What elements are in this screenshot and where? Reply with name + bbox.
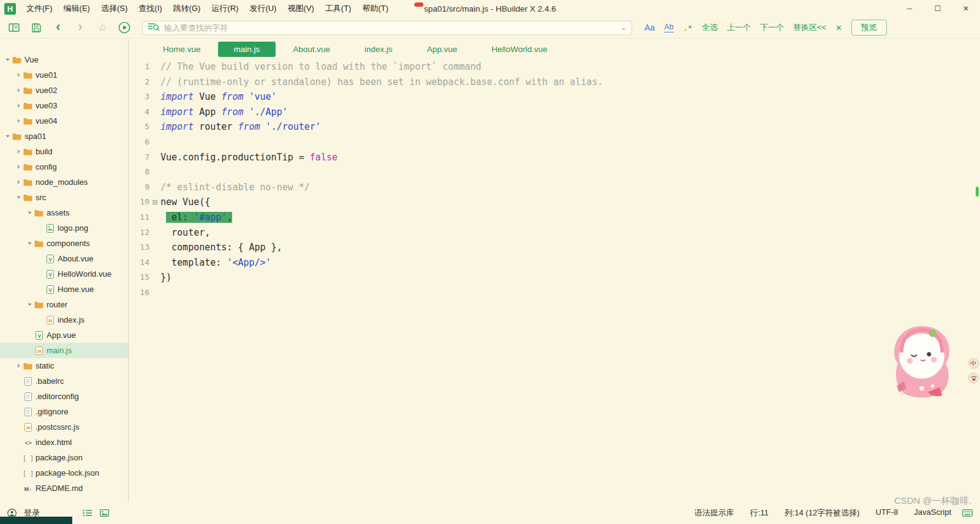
code-text: el: '#app', xyxy=(160,210,232,225)
editor-tab[interactable]: App.vue xyxy=(410,42,475,56)
save-icon[interactable] xyxy=(29,23,43,32)
ime-button[interactable]: 中 xyxy=(968,358,979,369)
menu-item[interactable]: 工具(T) xyxy=(320,3,357,14)
tree-file[interactable]: JSmain.js xyxy=(0,343,128,358)
tree-folder[interactable]: Vue xyxy=(0,52,128,67)
tree-folder[interactable]: components xyxy=(0,236,128,251)
tree-file[interactable]: JSindex.js xyxy=(0,312,128,328)
tree-folder[interactable]: vue04 xyxy=(0,113,128,129)
image-preview-icon[interactable] xyxy=(100,509,109,517)
tree-file[interactable]: M↓README.md xyxy=(0,481,128,496)
tree-file[interactable]: [ ]package.json xyxy=(0,450,128,465)
folder-icon xyxy=(23,362,33,370)
menu-item[interactable]: 帮助(T) xyxy=(356,3,394,14)
search-dropdown-icon[interactable]: ⌄ xyxy=(620,23,627,32)
tree-folder[interactable]: build xyxy=(0,144,128,159)
chevron-right-icon[interactable] xyxy=(15,103,23,108)
tree-file[interactable]: VApp.vue xyxy=(0,328,128,343)
menu-item[interactable]: 选择(S) xyxy=(96,3,133,14)
tree-folder[interactable]: assets xyxy=(0,205,128,220)
status-right-items: 语法提示库行:11列:14 (12字符被选择)UTF-8JavaScript xyxy=(695,507,951,518)
tree-file[interactable]: .gitignore xyxy=(0,404,128,419)
tree-file[interactable]: <>index.html xyxy=(0,435,128,450)
chevron-down-icon[interactable] xyxy=(26,210,34,215)
folder-icon xyxy=(23,179,33,186)
project-explorer: Vuevue01vue02vue03vue04spa01buildconfign… xyxy=(0,39,129,502)
close-button[interactable]: ✕ xyxy=(952,0,980,17)
search-input[interactable] xyxy=(164,23,616,32)
menu-item[interactable]: 跳转(G) xyxy=(168,3,206,14)
editor-tab[interactable]: main.js xyxy=(218,42,276,57)
chevron-right-icon[interactable] xyxy=(15,72,23,78)
keyboard-icon[interactable] xyxy=(962,509,973,517)
run-icon[interactable] xyxy=(118,21,131,34)
previous-match-button[interactable]: 上一个 xyxy=(727,22,751,33)
editor-tab[interactable]: HelloWorld.vue xyxy=(474,42,564,56)
regex-button[interactable]: .* xyxy=(683,23,693,32)
tree-item-label: .postcssrc.js xyxy=(36,422,80,432)
scrollbar-marker[interactable] xyxy=(976,187,979,196)
match-case-button[interactable]: Aa xyxy=(644,23,655,32)
tree-file[interactable]: .editorconfig xyxy=(0,389,128,404)
outline-list-icon[interactable] xyxy=(83,509,92,517)
menu-item[interactable]: 发行(U) xyxy=(244,3,282,14)
tree-folder[interactable]: vue02 xyxy=(0,83,128,98)
star-icon[interactable]: ☆ xyxy=(96,21,109,34)
explorer-toggle-icon[interactable] xyxy=(7,23,21,32)
chevron-down-icon[interactable] xyxy=(26,302,34,307)
editor-tab[interactable]: Home.vue xyxy=(146,42,218,56)
tree-file[interactable]: VHome.vue xyxy=(0,282,128,297)
menu-item[interactable]: 运行(R) xyxy=(206,3,244,14)
tree-item-label: config xyxy=(36,162,57,171)
maximize-button[interactable]: ☐ xyxy=(924,0,952,17)
editor-tab[interactable]: About.vue xyxy=(276,42,347,56)
whole-word-button[interactable]: Ab xyxy=(664,23,674,32)
tree-folder[interactable]: spa01 xyxy=(0,129,128,144)
preview-button[interactable]: 预览 xyxy=(851,20,887,36)
tree-file[interactable]: VAbout.vue xyxy=(0,251,128,266)
tree-item-label: .editorconfig xyxy=(36,392,79,401)
tree-folder[interactable]: node_modules xyxy=(0,174,128,190)
js-file-icon: JS xyxy=(23,423,33,432)
menu-item[interactable]: 编辑(E) xyxy=(58,3,96,14)
replace-area-button[interactable]: 替换区<< xyxy=(793,22,826,33)
chevron-right-icon[interactable] xyxy=(15,179,23,185)
chevron-down-icon[interactable] xyxy=(15,195,23,200)
tree-folder[interactable]: static xyxy=(0,358,128,373)
tree-file[interactable]: [ ]package-lock.json xyxy=(0,465,128,481)
folder-icon xyxy=(34,240,44,247)
chevron-right-icon[interactable] xyxy=(15,88,23,93)
tree-folder[interactable]: vue03 xyxy=(0,98,128,113)
tree-file[interactable]: .babelrc xyxy=(0,373,128,389)
tree-folder[interactable]: src xyxy=(0,190,128,205)
menu-item[interactable]: 查找(I) xyxy=(133,3,167,14)
editor-tab[interactable]: index.js xyxy=(347,42,410,56)
close-find-icon[interactable]: ✕ xyxy=(835,23,842,32)
fold-marker-icon[interactable]: ⊟ xyxy=(149,195,160,210)
tree-file[interactable]: JS.postcssrc.js xyxy=(0,419,128,435)
code-editor[interactable]: 1// The Vue build version to load with t… xyxy=(129,59,980,502)
minimize-button[interactable]: ─ xyxy=(895,0,924,17)
chevron-right-icon[interactable] xyxy=(15,164,23,170)
paw-button[interactable] xyxy=(968,373,979,383)
tree-folder[interactable]: vue01 xyxy=(0,67,128,83)
tree-file[interactable]: logo.png xyxy=(0,220,128,236)
back-icon[interactable]: ‹ xyxy=(51,20,65,34)
menu-item[interactable]: 视图(V) xyxy=(282,3,319,14)
next-match-button[interactable]: 下一个 xyxy=(760,22,784,33)
tree-folder[interactable]: config xyxy=(0,159,128,174)
search-box[interactable]: ⌄ xyxy=(142,21,632,35)
menu-item[interactable]: 文件(F) xyxy=(21,3,58,14)
folder-icon xyxy=(12,133,22,140)
chevron-down-icon[interactable] xyxy=(4,133,12,139)
chevron-down-icon[interactable] xyxy=(26,241,34,246)
chevron-right-icon[interactable] xyxy=(15,118,23,124)
chevron-down-icon[interactable] xyxy=(4,57,12,62)
tree-folder[interactable]: router xyxy=(0,297,128,312)
tree-file[interactable]: VHelloWorld.vue xyxy=(0,266,128,282)
select-all-button[interactable]: 全选 xyxy=(702,22,718,33)
chevron-right-icon[interactable] xyxy=(15,149,23,154)
chevron-right-icon[interactable] xyxy=(15,363,23,369)
forward-icon[interactable]: › xyxy=(74,20,87,34)
find-options: Aa Ab .* 全选 上一个 下一个 替换区<< ✕ 预览 xyxy=(644,20,893,36)
